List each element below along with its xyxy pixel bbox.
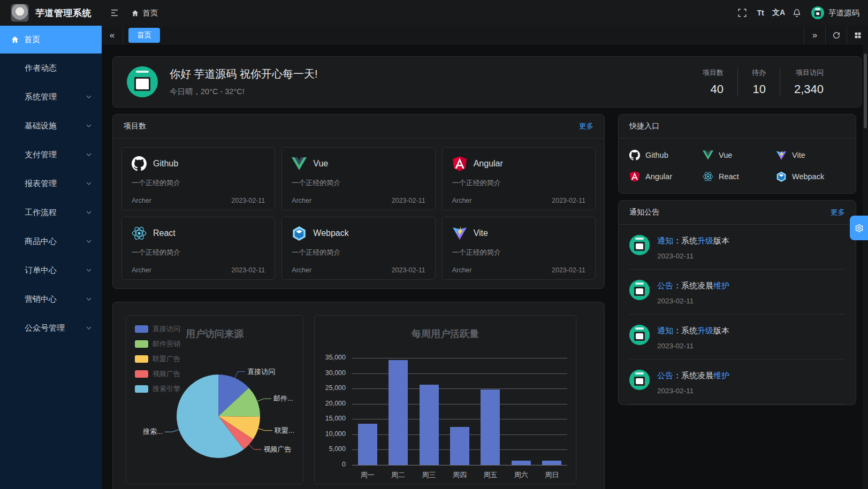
font-size-icon[interactable]: Tt bbox=[751, 4, 770, 22]
tab-home[interactable]: 首页 bbox=[128, 28, 160, 43]
project-name: Vite bbox=[474, 228, 488, 238]
bar-周五 bbox=[481, 389, 500, 465]
sidebar-item[interactable]: 基础设施 bbox=[0, 111, 102, 140]
collapse-left-icon[interactable]: « bbox=[102, 26, 123, 45]
bell-icon[interactable] bbox=[788, 4, 806, 22]
sidebar-item-label: 系统管理 bbox=[25, 92, 57, 102]
x-tick-label: 周日 bbox=[537, 470, 567, 480]
y-tick-label: 30,000 bbox=[315, 369, 346, 377]
user-avatar bbox=[811, 6, 824, 19]
notices-more-link[interactable]: 更多 bbox=[831, 208, 845, 217]
breadcrumb-label: 首页 bbox=[142, 8, 158, 18]
fullscreen-icon[interactable] bbox=[733, 4, 751, 22]
sidebar-item[interactable]: 商品中心 bbox=[0, 227, 102, 256]
github-icon bbox=[132, 156, 147, 171]
x-tick-label: 周一 bbox=[352, 470, 383, 480]
shortcut-item[interactable]: Github bbox=[629, 147, 698, 163]
projects-more-link[interactable]: 更多 bbox=[579, 121, 593, 131]
shortcut-item[interactable]: Webpack bbox=[776, 169, 845, 185]
settings-button[interactable] bbox=[850, 216, 868, 240]
react-icon bbox=[132, 226, 147, 241]
shortcuts-card-title: 快捷入口 bbox=[629, 121, 659, 131]
sidebar-item-home[interactable]: 首页 bbox=[0, 26, 102, 54]
sidebar-item[interactable]: 作者动态 bbox=[0, 54, 102, 82]
y-tick-label: 5,000 bbox=[315, 445, 346, 453]
projects-grid: Github一个正经的简介Archer2023-02-11Vue一个正经的简介A… bbox=[113, 139, 604, 288]
x-tick-label: 周六 bbox=[506, 470, 536, 480]
home-icon bbox=[11, 35, 19, 44]
project-card[interactable]: Angular一个正经的简介Archer2023-02-11 bbox=[442, 147, 596, 210]
menu-fold-icon[interactable] bbox=[105, 4, 124, 22]
project-author: Archer bbox=[452, 266, 472, 274]
project-card[interactable]: React一个正经的简介Archer2023-02-11 bbox=[121, 217, 275, 280]
refresh-icon[interactable] bbox=[825, 26, 847, 45]
notice-date: 2023-02-11 bbox=[657, 387, 729, 395]
pie-callout-label: 联盟... bbox=[274, 426, 294, 434]
sidebar-item[interactable]: 订单中心 bbox=[0, 256, 102, 285]
scrollbar-thumb[interactable] bbox=[864, 54, 867, 128]
shortcut-label: Vite bbox=[792, 151, 805, 159]
bar-chart-title: 每周用户活跃量 bbox=[315, 327, 576, 340]
stat-label: 待办 bbox=[752, 68, 766, 78]
bar-周三 bbox=[420, 385, 439, 465]
chevron-down-icon bbox=[86, 296, 92, 302]
project-card[interactable]: Vite一个正经的简介Archer2023-02-11 bbox=[442, 217, 596, 280]
shortcut-item[interactable]: Vue bbox=[703, 147, 772, 163]
tabs: 首页 bbox=[123, 28, 804, 43]
pie-callout-label: 视频广告 bbox=[264, 445, 292, 453]
projects-card: 项目数 更多 Github一个正经的简介Archer2023-02-11Vue一… bbox=[112, 114, 605, 289]
pie-callout-label: 邮件... bbox=[273, 394, 293, 402]
app-title: 芋道管理系统 bbox=[35, 7, 92, 19]
notice-text: 通知：系统升级版本 bbox=[657, 235, 729, 246]
project-card[interactable]: Webpack一个正经的简介Archer2023-02-11 bbox=[281, 217, 435, 280]
sidebar-item-label: 工作流程 bbox=[25, 208, 57, 218]
home-icon bbox=[131, 9, 139, 17]
shortcut-label: React bbox=[719, 172, 739, 181]
sidebar-item[interactable]: 营销中心 bbox=[0, 285, 102, 314]
project-name: Github bbox=[153, 159, 178, 169]
notice-date: 2023-02-11 bbox=[657, 252, 729, 260]
shortcut-item[interactable]: Angular bbox=[629, 169, 698, 185]
y-tick-label: 15,000 bbox=[315, 415, 346, 422]
shortcut-item[interactable]: Vite bbox=[776, 147, 845, 163]
sidebar-item-label: 支付管理 bbox=[25, 150, 57, 160]
expand-right-icon[interactable]: » bbox=[804, 26, 825, 45]
project-card[interactable]: Vue一个正经的简介Archer2023-02-11 bbox=[281, 147, 435, 210]
sidebar-item-label: 订单中心 bbox=[25, 265, 57, 276]
vite-icon bbox=[776, 150, 787, 161]
chevron-down-icon bbox=[86, 180, 92, 187]
angular-icon bbox=[629, 171, 640, 182]
react-icon bbox=[703, 171, 713, 182]
welcome-greeting: 你好 芋道源码 祝你开心每一天! bbox=[170, 67, 318, 81]
stat-value: 10 bbox=[752, 82, 765, 96]
y-gridline bbox=[352, 404, 567, 404]
sidebar-item[interactable]: 工作流程 bbox=[0, 198, 102, 227]
vite-icon bbox=[452, 226, 467, 241]
project-desc: 一个正经的简介 bbox=[452, 178, 585, 188]
notice-item[interactable]: 公告：系统凌晨维护2023-02-11 bbox=[629, 360, 845, 404]
project-card[interactable]: Github一个正经的简介Archer2023-02-11 bbox=[121, 147, 275, 210]
sidebar-item[interactable]: 系统管理 bbox=[0, 82, 102, 111]
breadcrumb[interactable]: 首页 bbox=[131, 8, 158, 18]
project-date: 2023-02-11 bbox=[552, 266, 585, 274]
shortcut-label: Github bbox=[645, 151, 668, 159]
notice-item[interactable]: 通知：系统升级版本2023-02-11 bbox=[629, 315, 845, 360]
sidebar-item-label: 公众号管理 bbox=[25, 323, 65, 333]
sidebar-item[interactable]: 公众号管理 bbox=[0, 314, 102, 342]
notice-item[interactable]: 通知：系统升级版本2023-02-11 bbox=[629, 225, 845, 270]
shortcut-label: Vue bbox=[719, 151, 732, 159]
shortcut-item[interactable]: React bbox=[703, 169, 772, 185]
x-axis-line bbox=[352, 465, 567, 465]
user-menu[interactable]: 芋道源码 bbox=[811, 6, 859, 19]
notice-item[interactable]: 公告：系统凌晨维护2023-02-11 bbox=[629, 270, 845, 315]
project-author: Archer bbox=[292, 197, 311, 204]
chevron-down-icon bbox=[86, 94, 92, 100]
chevron-down-icon bbox=[86, 238, 92, 244]
locale-icon[interactable]: 文A bbox=[770, 4, 788, 22]
notice-avatar bbox=[629, 325, 650, 345]
sidebar-item[interactable]: 支付管理 bbox=[0, 140, 102, 169]
pie-label-line bbox=[235, 372, 245, 378]
y-gridline bbox=[352, 388, 567, 389]
sidebar-item[interactable]: 报表管理 bbox=[0, 169, 102, 198]
shortcut-label: Webpack bbox=[792, 172, 824, 181]
